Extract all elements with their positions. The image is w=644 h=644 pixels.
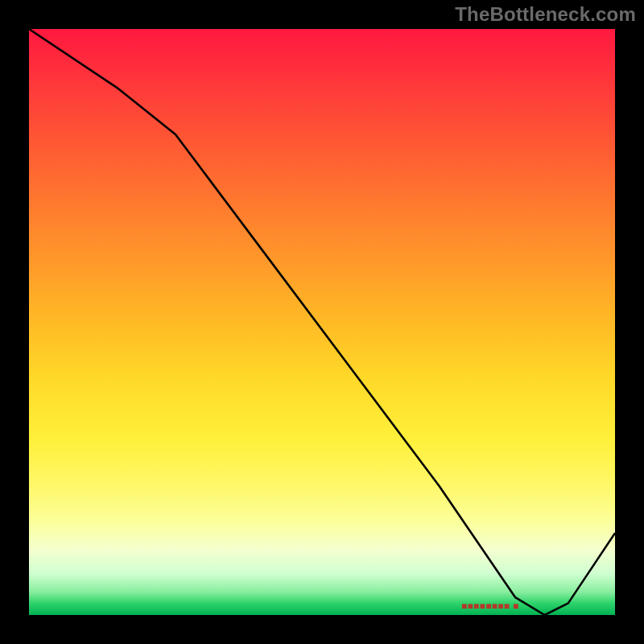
chart-frame: TheBottleneck.com ■■■■■■■■ ■ (0, 0, 644, 644)
baseline-marker: ■■■■■■■■ ■ (461, 601, 519, 612)
plot-area: ■■■■■■■■ ■ (29, 29, 615, 615)
bottleneck-curve (29, 29, 615, 615)
watermark-text: TheBottleneck.com (455, 3, 636, 26)
